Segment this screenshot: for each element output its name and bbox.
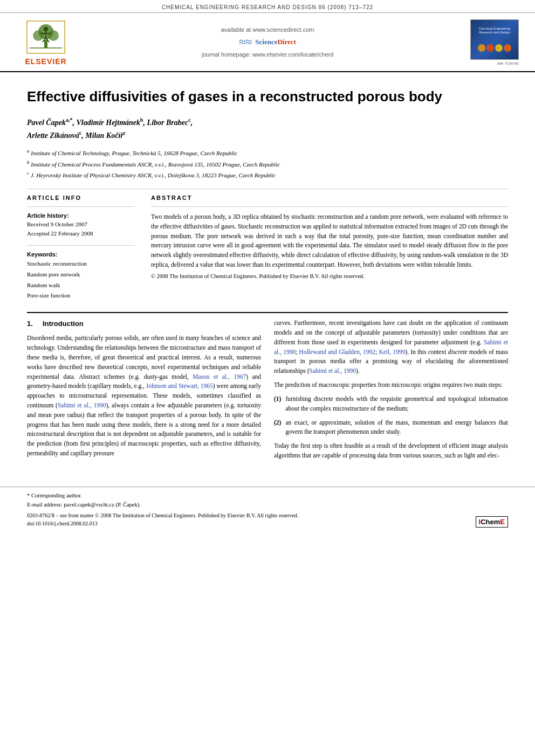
aff-sup-b: b bbox=[27, 159, 30, 165]
cover-badge-1: abe bbox=[497, 61, 504, 65]
ref-sahimi3[interactable]: Sahimi et al., 1990 bbox=[309, 367, 356, 374]
right-paragraph-1: curves. Furthermore, recent investigatio… bbox=[274, 318, 508, 376]
ref-hollewand[interactable]: Hollewand and Gladden, 1992 bbox=[299, 349, 375, 355]
author-sup-b: b bbox=[140, 117, 143, 123]
sciencedirect-center: available at www.sciencedirect.com ≈≈ Sc… bbox=[76, 26, 459, 58]
aff-sup-c: c bbox=[27, 170, 29, 176]
keyword-3: Random walk bbox=[27, 280, 135, 291]
author-sup-c1: c bbox=[188, 117, 190, 123]
affiliations: a Institute of Chemical Technology, Prag… bbox=[27, 147, 508, 180]
aff-text-a: Institute of Chemical Technology, Prague… bbox=[31, 150, 237, 156]
cover-circle-4 bbox=[504, 44, 511, 52]
accepted-text: Accepted 22 February 2008 bbox=[27, 229, 135, 238]
cover-badges: abe IChemE bbox=[497, 61, 519, 65]
info-divider bbox=[27, 189, 508, 189]
ref-mason[interactable]: Mason et al., 1967 bbox=[193, 373, 246, 380]
sd-waves-icon: ≈≈ bbox=[239, 35, 252, 49]
keyword-1: Stochastic reconstruction bbox=[27, 259, 135, 269]
doi-line-2: doi:10.1016/j.cherd.2008.02.013 bbox=[27, 519, 298, 528]
intro-paragraph-1: Disordered media, particularly porous so… bbox=[27, 334, 261, 459]
aff-text-b: Institute of Chemical Process Fundamenta… bbox=[31, 161, 280, 167]
info-inner-divider bbox=[27, 206, 135, 207]
cover-image: Chemical EngineeringResearch and Design bbox=[470, 19, 519, 60]
authors-line: Pavel Čapeka,*, Vladimír Hejtmánekb, Lib… bbox=[27, 116, 508, 142]
keywords-list: Stochastic reconstruction Random pore ne… bbox=[27, 259, 135, 301]
abstract-inner-divider bbox=[151, 206, 508, 207]
svg-rect-1 bbox=[44, 40, 47, 48]
article-info-col: ARTICLE INFO Article history: Received 9… bbox=[27, 195, 135, 301]
copyright-line: © 2008 The Institution of Chemical Engin… bbox=[151, 273, 508, 279]
doi-line-1: 0263-8762/$ – see front matter © 2008 Th… bbox=[27, 511, 298, 519]
journal-cover: Chemical EngineeringResearch and Design … bbox=[459, 19, 519, 65]
corresponding-author-note: * Corresponding author. E-mail address: … bbox=[27, 491, 508, 510]
affiliation-c: c J. Heyrovský Institute of Physical Che… bbox=[27, 169, 508, 180]
cover-circle-3 bbox=[495, 44, 503, 52]
keyword-4: Pore-size function bbox=[27, 290, 135, 301]
elsevier-tree-icon bbox=[24, 18, 67, 56]
list-item-1: (1) furnishing discrete models with the … bbox=[274, 394, 508, 414]
corresponding-star: * Corresponding author. bbox=[27, 491, 508, 501]
keywords-divider bbox=[27, 245, 135, 246]
main-steps-list: (1) furnishing discrete models with the … bbox=[274, 394, 508, 437]
article-info-label: ARTICLE INFO bbox=[27, 195, 135, 201]
list-num-1: (1) bbox=[274, 394, 281, 414]
sd-logo-text: ScienceDirect bbox=[255, 38, 296, 46]
history-label: Article history: bbox=[27, 212, 135, 219]
list-item-2: (2) an exact, or approximate, solution o… bbox=[274, 418, 508, 438]
ref-keil[interactable]: Keil, 1999 bbox=[379, 349, 405, 355]
main-content: Effective diffusivities of gases in a re… bbox=[0, 72, 535, 476]
body-left-col: 1. Introduction Disordered media, partic… bbox=[27, 318, 261, 465]
section1-heading: 1. Introduction bbox=[27, 318, 261, 329]
elsevier-brand-text: ELSEVIER bbox=[25, 57, 66, 66]
footer-section: * Corresponding author. E-mail address: … bbox=[0, 487, 535, 533]
body-right-col: curves. Furthermore, recent investigatio… bbox=[274, 318, 508, 465]
article-title: Effective diffusivities of gases in a re… bbox=[27, 88, 508, 105]
abstract-label: ABSTRACT bbox=[151, 195, 508, 201]
cover-circle-2 bbox=[486, 44, 494, 52]
cover-circles bbox=[478, 44, 511, 52]
elsevier-logo: ELSEVIER bbox=[16, 18, 76, 66]
icheme-logo: IChemE bbox=[476, 516, 508, 528]
author-sup-a: a,* bbox=[66, 117, 73, 123]
footer-doi-block: 0263-8762/$ – see front matter © 2008 Th… bbox=[27, 511, 298, 528]
body-two-col: 1. Introduction Disordered media, partic… bbox=[27, 318, 508, 465]
available-text: available at www.sciencedirect.com bbox=[76, 26, 459, 33]
cover-title-text: Chemical EngineeringResearch and Design bbox=[479, 27, 511, 34]
page-wrapper: CHEMICAL ENGINEERING RESEARCH AND DESIGN… bbox=[0, 0, 535, 756]
keyword-2: Random pore network bbox=[27, 269, 135, 280]
info-abstract-section: ARTICLE INFO Article history: Received 9… bbox=[27, 195, 508, 301]
journal-title: CHEMICAL ENGINEERING RESEARCH AND DESIGN… bbox=[162, 4, 373, 10]
svg-point-6 bbox=[44, 27, 48, 31]
cover-circle-1 bbox=[478, 44, 485, 52]
journal-header-bar: CHEMICAL ENGINEERING RESEARCH AND DESIGN… bbox=[0, 0, 535, 13]
received-text: Received 9 October 2007 bbox=[27, 220, 135, 229]
list-text-1: furnishing discrete models with the requ… bbox=[285, 394, 508, 414]
right-paragraph-2: The prediction of macroscopic properties… bbox=[274, 380, 508, 390]
author-sup-c3: c bbox=[124, 130, 126, 136]
author-sup-c2: c bbox=[79, 130, 81, 136]
ref-johnson[interactable]: Johnson and Stewart, 1965 bbox=[146, 383, 213, 389]
cover-badge-2: IChemE bbox=[505, 61, 519, 65]
footer-bottom: 0263-8762/$ – see front matter © 2008 Th… bbox=[27, 511, 508, 528]
affiliation-b: b Institute of Chemical Process Fundamen… bbox=[27, 158, 508, 169]
list-text-2: an exact, or approximate, solution of th… bbox=[285, 418, 508, 438]
right-paragraph-3: Today the first step is often feasible a… bbox=[274, 441, 508, 461]
email-line: E-mail address: pavel.capek@vscht.cz (P.… bbox=[27, 501, 508, 510]
icheme-chem: Chem bbox=[481, 518, 500, 526]
abstract-text: Two models of a porous body, a 3D replic… bbox=[151, 212, 508, 270]
section1-title: Introduction bbox=[43, 320, 84, 328]
icheme-e: E bbox=[500, 518, 505, 526]
svg-point-3 bbox=[33, 30, 44, 41]
ref-sahimi1[interactable]: Sahimi et al., 1990 bbox=[58, 402, 106, 408]
journal-homepage: journal homepage: www.elsevier.com/locat… bbox=[76, 51, 459, 58]
banner-area: ELSEVIER available at www.sciencedirect.… bbox=[0, 13, 535, 72]
aff-text-c: J. Heyrovský Institute of Physical Chemi… bbox=[31, 171, 276, 178]
list-num-2: (2) bbox=[274, 418, 281, 438]
keywords-label: Keywords: bbox=[27, 251, 135, 258]
affiliation-a: a Institute of Chemical Technology, Prag… bbox=[27, 147, 508, 158]
svg-point-4 bbox=[48, 30, 59, 41]
abstract-col: ABSTRACT Two models of a porous body, a … bbox=[151, 195, 508, 301]
aff-sup-a: a bbox=[27, 148, 30, 154]
sciencedirect-logo: ≈≈ ScienceDirect bbox=[76, 35, 459, 49]
body-divider bbox=[27, 312, 508, 313]
